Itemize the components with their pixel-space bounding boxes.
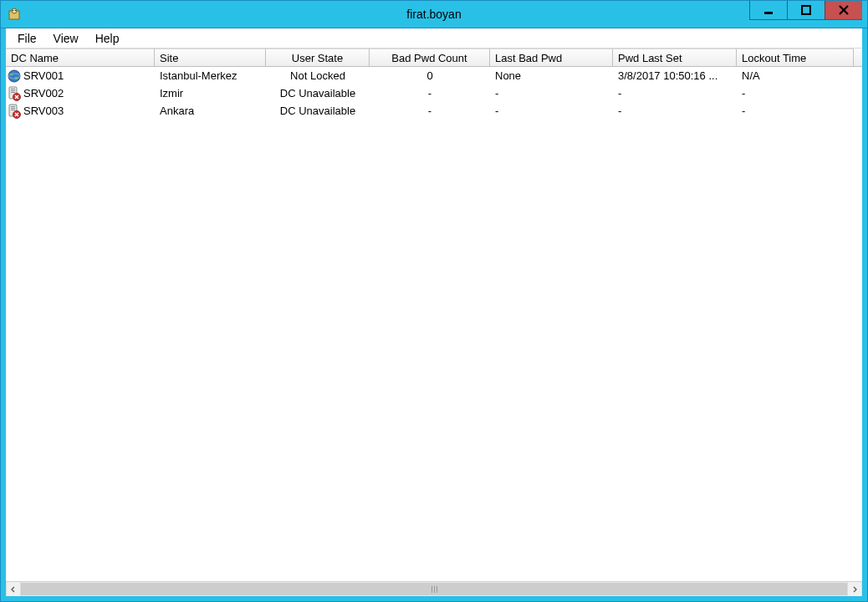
window-title: firat.boyan bbox=[1, 8, 867, 21]
svg-rect-13 bbox=[11, 92, 15, 93]
column-headers: DC Name Site User State Bad Pwd Count La… bbox=[6, 48, 862, 67]
cell-pwdlastset: - bbox=[613, 84, 737, 102]
svg-point-3 bbox=[15, 10, 17, 12]
svg-line-7 bbox=[840, 6, 848, 14]
minimize-button[interactable] bbox=[749, 1, 787, 20]
maximize-button[interactable] bbox=[787, 1, 825, 20]
svg-rect-19 bbox=[11, 108, 15, 109]
horizontal-scrollbar[interactable] bbox=[6, 581, 862, 596]
app-icon bbox=[8, 8, 21, 21]
cell-badpwdcount: 0 bbox=[370, 67, 490, 84]
svg-rect-5 bbox=[802, 6, 810, 14]
list-area[interactable]: SRV001 Istanbul-Merkez Not Locked 0 None… bbox=[6, 67, 862, 581]
server-error-icon bbox=[7, 104, 22, 119]
menu-file[interactable]: File bbox=[9, 30, 45, 47]
cell-site: Izmir bbox=[155, 84, 266, 102]
cell-site: Ankara bbox=[155, 102, 266, 120]
header-dcname[interactable]: DC Name bbox=[6, 48, 155, 66]
cell-dcname-text: SRV001 bbox=[23, 69, 64, 82]
cell-userstate: DC Unavailable bbox=[266, 84, 370, 102]
cell-site: Istanbul-Merkez bbox=[155, 67, 266, 84]
menu-view[interactable]: View bbox=[45, 30, 87, 47]
svg-rect-12 bbox=[11, 90, 15, 91]
cell-dcname-text: SRV003 bbox=[23, 105, 64, 117]
server-error-icon bbox=[7, 86, 22, 101]
header-badpwdcount[interactable]: Bad Pwd Count bbox=[370, 48, 490, 66]
cell-lockouttime: - bbox=[737, 84, 854, 102]
table-row[interactable]: SRV003 Ankara DC Unavailable - - - - bbox=[6, 102, 862, 120]
table-row[interactable]: SRV002 Izmir DC Unavailable - - - - bbox=[6, 84, 862, 102]
scroll-thumb[interactable] bbox=[21, 583, 847, 595]
cell-badpwdcount: - bbox=[370, 102, 490, 120]
menu-help[interactable]: Help bbox=[87, 30, 128, 47]
svg-line-6 bbox=[840, 6, 848, 14]
svg-rect-20 bbox=[11, 110, 15, 110]
titlebar[interactable]: firat.boyan bbox=[1, 1, 867, 28]
header-lockouttime[interactable]: Lockout Time bbox=[737, 48, 854, 66]
cell-lockouttime: - bbox=[737, 102, 854, 120]
cell-lastbadpwd: - bbox=[490, 84, 613, 102]
table-row[interactable]: SRV001 Istanbul-Merkez Not Locked 0 None… bbox=[6, 67, 862, 84]
client-area: File View Help DC Name Site User State B… bbox=[1, 28, 867, 601]
cell-lastbadpwd: - bbox=[490, 102, 613, 120]
cell-userstate: Not Locked bbox=[266, 67, 370, 84]
header-lastbadpwd[interactable]: Last Bad Pwd bbox=[490, 48, 613, 66]
close-button[interactable] bbox=[825, 1, 862, 20]
scroll-right-button[interactable] bbox=[847, 582, 862, 596]
cell-dcname-text: SRV002 bbox=[23, 87, 64, 99]
svg-point-2 bbox=[13, 10, 14, 12]
scroll-grip-icon bbox=[431, 586, 437, 593]
globe-icon bbox=[7, 69, 22, 84]
svg-rect-4 bbox=[764, 12, 773, 14]
header-site[interactable]: Site bbox=[155, 48, 266, 66]
scroll-track[interactable] bbox=[21, 582, 847, 596]
cell-badpwdcount: - bbox=[370, 84, 490, 102]
cell-userstate: DC Unavailable bbox=[266, 102, 370, 120]
cell-lastbadpwd: None bbox=[490, 67, 613, 84]
window-frame: firat.boyan File View Help DC bbox=[0, 0, 868, 602]
svg-rect-18 bbox=[11, 106, 15, 107]
window-controls bbox=[749, 1, 867, 28]
menubar: File View Help bbox=[6, 28, 862, 48]
svg-point-8 bbox=[8, 70, 20, 82]
header-pwdlastset[interactable]: Pwd Last Set bbox=[613, 48, 737, 66]
svg-rect-11 bbox=[11, 89, 15, 89]
cell-dcname: SRV003 bbox=[6, 102, 155, 120]
cell-dcname: SRV001 bbox=[6, 67, 155, 84]
cell-dcname: SRV002 bbox=[6, 84, 155, 102]
cell-lockouttime: N/A bbox=[737, 67, 854, 84]
scroll-left-button[interactable] bbox=[6, 582, 21, 596]
cell-pwdlastset: - bbox=[613, 102, 737, 120]
header-userstate[interactable]: User State bbox=[266, 48, 370, 66]
cell-pwdlastset: 3/8/2017 10:50:16 ... bbox=[613, 67, 737, 84]
